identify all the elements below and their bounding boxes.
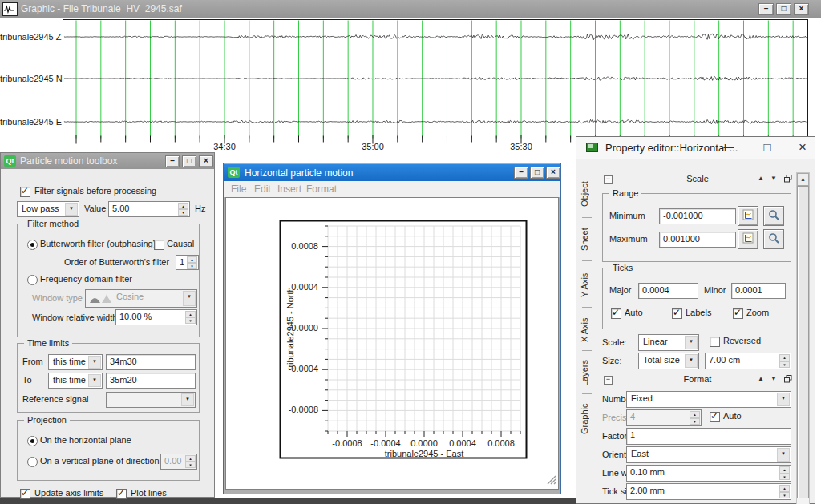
tab-separator (582, 260, 592, 261)
tab-graphic[interactable]: Graphic (580, 398, 596, 440)
window-type-combo[interactable]: Cosine ▼ (85, 289, 197, 308)
hpm-y-axis-title: tribunale2945 - North (285, 287, 295, 369)
frequency-domain-radio[interactable] (27, 275, 38, 285)
format-section-header[interactable]: − Format ▲ ▼ (601, 373, 795, 387)
menu-format[interactable]: Format (306, 183, 337, 195)
property-editor-titlebar[interactable]: Property editor::Horizontal ... — □ × (576, 137, 815, 159)
update-axis-limits-checkbox[interactable] (20, 489, 30, 499)
tick-size-spinbox[interactable]: 2.00 mm ▴▾ (626, 483, 791, 500)
tab-layers[interactable]: Layers (580, 355, 596, 390)
section-down-icon[interactable]: ▼ (770, 175, 777, 182)
butterworth-radio[interactable] (27, 240, 38, 250)
auto-ticks-checkbox[interactable] (611, 308, 621, 319)
resize-grip[interactable] (545, 474, 556, 486)
hpm-maximize-button[interactable]: □ (530, 167, 544, 179)
window-width-label: Window relative width (32, 312, 117, 322)
property-editor-minimize-button[interactable]: — (719, 141, 738, 153)
vertical-plane-radio[interactable] (27, 457, 38, 467)
maximum-zoom-button[interactable] (763, 229, 784, 249)
tab-separator (582, 307, 592, 308)
vertical-plane-label: On a vertical plane of direction (40, 456, 160, 466)
reference-signal-combo[interactable]: ▼ (106, 392, 196, 408)
spin-down-icon[interactable]: ▾ (178, 209, 188, 216)
from-time-field[interactable]: 34m30 (106, 354, 196, 370)
trace-label: tribunale2945 N (0, 74, 60, 83)
hpm-close-button[interactable]: × (546, 167, 560, 179)
scale-section-header[interactable]: − Scale ▲ ▼ (601, 172, 795, 187)
from-mode-combo[interactable]: this time▼ (48, 354, 103, 370)
scale-combo[interactable]: Linear▼ (638, 334, 699, 351)
auto-precision-checkbox[interactable] (710, 412, 720, 422)
precision-spinbox[interactable]: 4 ▴▾ (626, 409, 702, 426)
background-window-edge (0, 498, 576, 504)
labels-checkbox[interactable] (672, 308, 682, 319)
x-tick-label: 0.0008 (479, 438, 524, 448)
number-combo[interactable]: Fixed▼ (626, 391, 791, 408)
hpm-plot-area[interactable]: 0.00080.00040.0000-0.0004-0.0008-0.0008-… (225, 197, 559, 490)
to-time-field[interactable]: 35m20 (106, 373, 196, 389)
section-down-icon[interactable]: ▼ (770, 375, 777, 382)
toolbox-close-button[interactable]: × (199, 155, 213, 167)
window-width-spinbox[interactable]: 10.00 % ▴▾ (115, 309, 197, 325)
filter-signals-label: Filter signals before processing (34, 186, 156, 196)
orientation-combo[interactable]: East▼ (626, 446, 791, 463)
plot-lines-checkbox[interactable] (116, 489, 127, 499)
dropdown-arrow-icon[interactable]: ▼ (65, 203, 78, 216)
toolbox-maximize-button[interactable]: □ (182, 155, 196, 167)
to-mode-combo[interactable]: this time▼ (48, 373, 103, 389)
causal-checkbox[interactable] (154, 240, 164, 250)
time-limits-legend: Time limits (24, 338, 72, 348)
y-tick-label: 0.0008 (274, 241, 318, 251)
major-field[interactable]: 0.0004 (638, 283, 698, 299)
tab-sheet[interactable]: Sheet (580, 224, 596, 256)
scale-row-label: Scale: (602, 337, 627, 347)
projection-legend: Projection (24, 415, 70, 425)
tab-x-axis[interactable]: X Axis (580, 312, 596, 349)
minimum-from-data-button[interactable] (738, 206, 758, 226)
toolbox-minimize-button[interactable]: – (165, 155, 180, 167)
float-section-icon[interactable] (784, 175, 792, 184)
menu-file[interactable]: File (231, 183, 246, 195)
property-editor-maximize-button[interactable]: □ (758, 140, 777, 154)
factor-field[interactable]: 1 (626, 428, 791, 445)
order-spinbox[interactable]: 1 ▴▾ (176, 255, 199, 270)
hpm-minimize-button[interactable]: – (514, 167, 528, 179)
toolbox-titlebar[interactable]: Qt Particle motion toolbox – □ × (1, 153, 214, 169)
qt-logo-icon: Qt (228, 167, 240, 178)
property-editor-close-button[interactable]: × (793, 139, 812, 155)
minor-field[interactable]: 0.0001 (731, 283, 786, 299)
size-spinbox[interactable]: 7.00 cm ▴▾ (705, 353, 791, 369)
section-up-icon[interactable]: ▲ (758, 175, 764, 182)
hpm-titlebar[interactable]: Qt Horizontal particle motion – □ × (224, 164, 560, 181)
float-section-icon[interactable] (784, 375, 792, 385)
tab-y-axis[interactable]: Y Axis (580, 267, 596, 304)
scrollbar[interactable]: ▲ (796, 172, 810, 504)
zoom-checkbox[interactable] (733, 308, 743, 319)
menu-edit[interactable]: Edit (254, 183, 271, 195)
minimum-zoom-button[interactable] (763, 206, 784, 226)
tab-separator (582, 393, 592, 394)
scrollbar-thumb[interactable] (797, 186, 809, 498)
horizontal-plane-radio[interactable] (27, 436, 38, 446)
maximum-from-data-button[interactable] (738, 229, 758, 249)
time-axis-label: 34:30 (207, 142, 242, 151)
direction-spinbox[interactable]: 0.00 ▴▾ (160, 454, 197, 470)
reversed-checkbox[interactable] (710, 337, 720, 347)
spin-up-icon[interactable]: ▴ (178, 203, 188, 209)
size-mode-combo[interactable]: Total size▼ (638, 353, 699, 369)
desktop: Graphic - File Tribunale_HV_2945.saf – □… (0, 0, 821, 504)
tab-object[interactable]: Object (580, 175, 596, 212)
filter-value-spinbox[interactable]: 5.00 ▴▾ (108, 201, 190, 217)
filter-signals-checkbox[interactable] (20, 187, 30, 197)
value-label: Value (84, 204, 106, 213)
maximum-field[interactable]: 0.001000 (659, 232, 736, 248)
menu-insert[interactable]: Insert (277, 183, 301, 195)
frequency-domain-label: Frequency domain filter (40, 274, 132, 284)
filter-type-combo[interactable]: Low pass▼ (17, 201, 79, 217)
line-weight-spinbox[interactable]: 0.10 mm ▴▾ (626, 465, 791, 482)
causal-label: Causal (167, 239, 194, 248)
minimum-label: Minimum (609, 211, 645, 220)
section-up-icon[interactable]: ▲ (758, 375, 764, 382)
scroll-up-icon[interactable]: ▲ (797, 173, 809, 186)
minimum-field[interactable]: -0.001000 (659, 208, 736, 224)
